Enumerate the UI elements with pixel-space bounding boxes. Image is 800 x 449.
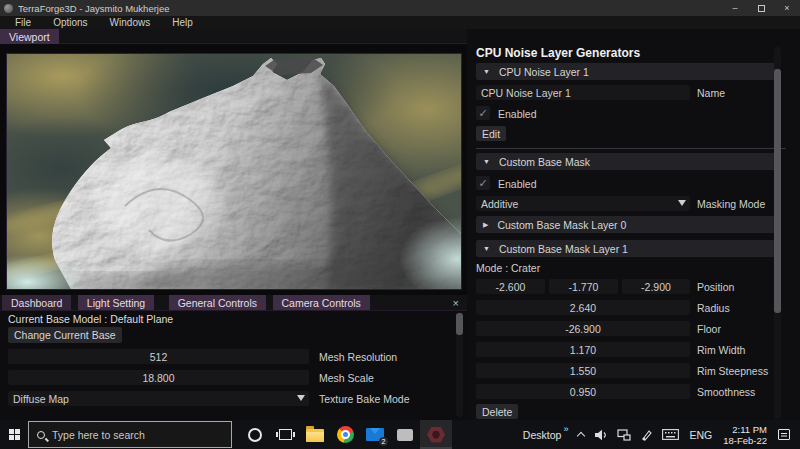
collapsible-cpu-noise-layer-1[interactable]: ▼ CPU Noise Layer 1 — [476, 63, 778, 80]
smoothness-input[interactable] — [476, 384, 690, 399]
cortana-button[interactable] — [240, 420, 270, 449]
enabled-checkbox-base-mask[interactable]: ✓ — [476, 176, 490, 190]
radius-label: Radius — [697, 302, 730, 314]
collapsible-custom-base-mask[interactable]: ▼ Custom Base Mask — [476, 153, 778, 170]
rim-width-label: Rim Width — [697, 344, 745, 356]
minimize-button[interactable]: – — [722, 0, 748, 16]
network-button[interactable] — [612, 420, 636, 449]
date-label: 18-Feb-22 — [723, 435, 767, 446]
chevron-down-icon: ▼ — [483, 158, 490, 165]
position-z-input[interactable] — [622, 279, 690, 294]
menu-bar: File Options Windows Help — [0, 16, 800, 29]
tab-viewport[interactable]: Viewport — [0, 29, 59, 44]
tab-light-setting[interactable]: Light Setting — [78, 295, 154, 310]
app-icon — [4, 4, 13, 13]
action-center-icon — [778, 429, 790, 440]
floor-input[interactable] — [476, 321, 690, 336]
name-label: Name — [697, 87, 725, 99]
dashboard-panel-close-icon[interactable]: × — [453, 298, 459, 309]
menu-options[interactable]: Options — [42, 17, 98, 28]
smoothness-label: Smoothness — [697, 386, 755, 398]
title-bar: TerraForge3D - Jaysmito Mukherjee – × — [0, 0, 800, 16]
mail-button[interactable]: 2 — [360, 420, 390, 449]
mesh-generators-panel: CPU Noise Layer Generators ▼ CPU Noise L… — [468, 29, 800, 420]
language-indicator[interactable]: ENG — [684, 420, 717, 449]
collapsible-base-mask-layer-0[interactable]: ▶ Custom Base Mask Layer 0 — [476, 216, 778, 233]
touch-keyboard-button[interactable] — [657, 420, 684, 449]
chat-app-button[interactable] — [390, 420, 420, 449]
delete-button[interactable]: Delete — [476, 404, 518, 419]
texture-bake-mode-label: Texture Bake Mode — [319, 393, 409, 405]
cortana-icon — [248, 428, 262, 442]
taskbar-search[interactable] — [28, 421, 232, 448]
collapsible-label: CPU Noise Layer 1 — [499, 66, 589, 78]
mesh-resolution-input[interactable] — [8, 349, 309, 364]
mode-text: Mode : Crater — [476, 262, 540, 274]
chrome-icon — [337, 426, 354, 443]
scrollbar-thumb[interactable] — [456, 313, 463, 335]
chevron-right-icon: ▶ — [483, 221, 488, 229]
menu-help[interactable]: Help — [161, 17, 204, 28]
mesh-scale-input[interactable] — [8, 370, 309, 385]
enabled-checkbox-noise-layer[interactable]: ✓ — [476, 106, 490, 120]
chrome-button[interactable] — [330, 420, 360, 449]
close-button[interactable]: × — [774, 0, 800, 16]
search-icon — [37, 431, 45, 439]
viewport-tab-bar: Viewport — [0, 29, 467, 44]
scrollbar-thumb[interactable] — [774, 69, 781, 313]
desktop-label: Desktop — [523, 429, 562, 441]
viewport-canvas[interactable] — [6, 53, 462, 290]
texture-bake-mode-dropdown[interactable]: Diffuse Map — [8, 391, 309, 406]
tab-general-controls[interactable]: General Controls — [169, 295, 266, 310]
masking-mode-label: Masking Mode — [697, 198, 765, 210]
collapsible-label: Custom Base Mask Layer 1 — [499, 243, 628, 255]
windows-ink-button[interactable] — [636, 420, 657, 449]
clock[interactable]: 2:11 PM 18-Feb-22 — [717, 424, 773, 446]
dropdown-value: Diffuse Map — [13, 393, 69, 405]
start-button[interactable] — [0, 420, 28, 449]
separator — [476, 148, 786, 149]
right-panel-scrollbar[interactable] — [774, 47, 781, 419]
rim-steepness-input[interactable] — [476, 363, 690, 378]
masking-mode-dropdown[interactable]: Additive — [476, 196, 690, 211]
task-view-button[interactable] — [270, 420, 300, 449]
terrain-render — [7, 54, 461, 289]
rim-width-input[interactable] — [476, 342, 690, 357]
enabled-label: Enabled — [498, 108, 537, 120]
tab-dashboard[interactable]: Dashboard — [2, 295, 71, 310]
folder-icon — [306, 429, 324, 442]
windows-logo-icon — [9, 429, 20, 440]
volume-button[interactable] — [589, 420, 612, 449]
chevron-down-icon — [297, 395, 305, 401]
keyboard-icon — [662, 429, 679, 440]
window-title: TerraForge3D - Jaysmito Mukherjee — [18, 3, 170, 14]
position-y-input[interactable] — [549, 279, 618, 294]
menu-file[interactable]: File — [4, 17, 42, 28]
chevron-down-icon — [678, 200, 686, 206]
layer-name-input[interactable] — [476, 85, 690, 100]
pen-icon — [641, 429, 652, 441]
dashboard-tab-bar: Dashboard Light Setting General Controls… — [0, 295, 467, 311]
search-input[interactable] — [52, 429, 212, 441]
menu-windows[interactable]: Windows — [99, 17, 162, 28]
terraforge-taskbar-button[interactable] — [420, 420, 452, 449]
tab-camera-controls[interactable]: Camera Controls — [273, 295, 370, 310]
edit-button[interactable]: Edit — [476, 126, 506, 141]
dashboard-scrollbar[interactable] — [456, 312, 463, 417]
time-label: 2:11 PM — [723, 424, 767, 435]
panel-title: CPU Noise Layer Generators — [476, 46, 640, 60]
file-explorer-button[interactable] — [300, 420, 330, 449]
show-hidden-icons-button[interactable] — [573, 420, 589, 449]
rim-steepness-label: Rim Steepness — [697, 365, 768, 377]
mail-badge: 2 — [379, 437, 388, 446]
desktop-toolbar[interactable]: Desktop » — [518, 420, 574, 449]
radius-input[interactable] — [476, 300, 690, 315]
change-current-base-button[interactable]: Change Current Base — [8, 327, 122, 343]
action-center-button[interactable] — [773, 420, 800, 449]
maximize-button[interactable] — [748, 0, 774, 16]
position-x-input[interactable] — [476, 279, 545, 294]
network-icon — [617, 429, 631, 441]
floor-label: Floor — [697, 323, 721, 335]
overflow-icon: » — [563, 424, 568, 434]
collapsible-base-mask-layer-1[interactable]: ▼ Custom Base Mask Layer 1 — [476, 240, 778, 257]
